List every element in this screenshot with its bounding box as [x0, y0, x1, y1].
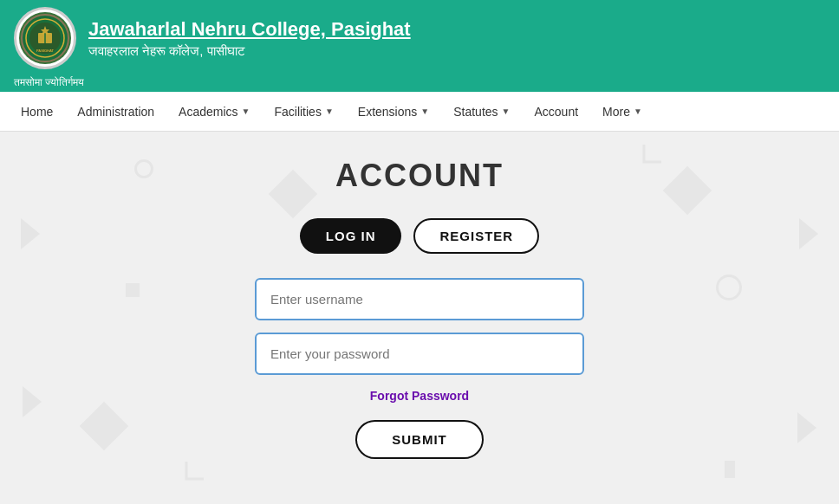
tagline-text: तमसोमा ज्योतिर्गमय: [14, 76, 84, 88]
deco-tri-1: [21, 218, 40, 249]
facilities-dropdown-arrow: ▼: [325, 107, 334, 116]
auth-button-group: LOG IN REGISTER: [300, 218, 539, 254]
academics-dropdown-arrow: ▼: [242, 107, 250, 116]
deco-circle-1: [134, 159, 153, 178]
login-button[interactable]: LOG IN: [300, 218, 402, 254]
deco-L-1: [182, 457, 208, 487]
nav-item-account[interactable]: Account: [522, 92, 590, 132]
deco-tri-2: [799, 218, 818, 249]
nav-item-facilities[interactable]: Facilities ▼: [262, 92, 345, 132]
submit-button[interactable]: SUBMIT: [355, 420, 484, 459]
svg-text:PASIGHAT: PASIGHAT: [36, 48, 55, 53]
college-logo: PASIGHAT: [14, 7, 76, 69]
login-form: Forgot Password SUBMIT: [17, 278, 822, 459]
nav-item-home[interactable]: Home: [9, 92, 65, 132]
deco-rect-2: [725, 461, 735, 478]
password-input[interactable]: [255, 333, 584, 375]
deco-diamond-1: [269, 170, 318, 219]
college-name-english: Jawaharlal Nehru College, Pasighat: [88, 17, 825, 42]
more-dropdown-arrow: ▼: [634, 107, 642, 116]
nav-item-administration[interactable]: Administration: [65, 92, 166, 132]
deco-diamond-2: [663, 166, 712, 216]
forgot-password-link[interactable]: Forgot Password: [370, 389, 469, 403]
main-content: ACCOUNT LOG IN REGISTER Forgot Password …: [0, 132, 839, 504]
nav-item-extensions[interactable]: Extensions ▼: [346, 92, 441, 132]
college-name-hindi: जवाहरलाल नेहरू कॉलेज, पासीघाट: [88, 43, 825, 59]
logo-inner: PASIGHAT: [19, 12, 71, 64]
nav-item-more[interactable]: More ▼: [590, 92, 654, 132]
nav-item-academics[interactable]: Academics ▼: [166, 92, 262, 132]
page-title: ACCOUNT: [335, 158, 504, 194]
tagline-bar: तमसोमा ज्योतिर्गमय: [0, 76, 839, 92]
extensions-dropdown-arrow: ▼: [420, 107, 429, 116]
username-input[interactable]: [255, 278, 584, 320]
navbar: Home Administration Academics ▼ Faciliti…: [0, 92, 839, 132]
nav-item-statutes[interactable]: Statutes ▼: [441, 92, 522, 132]
register-button[interactable]: REGISTER: [413, 218, 539, 254]
statutes-dropdown-arrow: ▼: [502, 107, 511, 116]
deco-L-2: [640, 140, 666, 170]
header-text-block: Jawaharlal Nehru College, Pasighat जवाहर…: [88, 17, 825, 60]
